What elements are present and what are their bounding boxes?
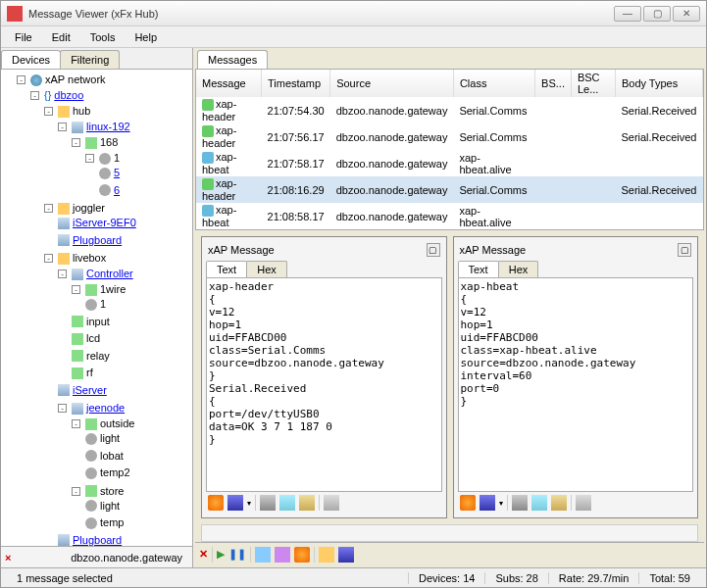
open-icon[interactable] <box>319 547 334 563</box>
window-title: Message Viewer (xFx Hub) <box>28 8 614 20</box>
col-bscle[interactable]: BSC Le... <box>571 70 615 97</box>
tree-5[interactable]: 5 <box>114 166 120 180</box>
minimize-button[interactable]: — <box>614 6 641 22</box>
bottom-toolbar: ✕ ▶ ❚❚ <box>195 542 704 565</box>
panel1-close-button[interactable]: ▢ <box>427 243 440 257</box>
status-rate: Rate: 29.7/min <box>548 572 639 584</box>
run-icon[interactable] <box>576 495 591 511</box>
tree-plugboard1[interactable]: Plugboard <box>73 233 122 248</box>
tree-hub[interactable]: hub <box>73 104 90 119</box>
col-timestamp[interactable]: Timestamp <box>262 70 330 97</box>
left-pane-footer: × dbzoo.nanode.gateway <box>1 546 192 567</box>
cut-icon[interactable] <box>260 495 276 511</box>
save-icon[interactable] <box>227 495 243 511</box>
panel1-tab-hex[interactable]: Hex <box>246 261 287 277</box>
left-tabs: Devices Filtering <box>1 48 192 70</box>
pause-button[interactable]: ❚❚ <box>228 548 246 561</box>
col-source[interactable]: Source <box>330 70 454 97</box>
close-button[interactable]: ✕ <box>673 6 700 22</box>
message-type-icon <box>202 178 214 190</box>
tree-root[interactable]: xAP network <box>45 73 106 87</box>
run-icon[interactable] <box>324 495 339 511</box>
save-icon[interactable] <box>480 495 495 511</box>
status-subs: Subs: 28 <box>484 572 547 584</box>
host-icon <box>72 122 83 133</box>
panel1-tab-text[interactable]: Text <box>206 261 247 277</box>
tree-1wire-1[interactable]: 1 <box>100 297 106 312</box>
tree-jeenode[interactable]: jeenode <box>86 401 125 416</box>
app-icon <box>7 6 23 22</box>
copy-icon[interactable] <box>531 495 547 511</box>
tree-lcd[interactable]: lcd <box>86 331 100 346</box>
broadcast-icon[interactable] <box>208 495 224 511</box>
panel1-body[interactable] <box>206 277 442 492</box>
tree-light2[interactable]: light <box>100 499 120 514</box>
tree-livebox[interactable]: livebox <box>73 251 106 266</box>
delete-button[interactable]: ✕ <box>199 548 208 561</box>
tree-input[interactable]: input <box>86 315 110 329</box>
tab-filtering[interactable]: Filtering <box>60 50 120 69</box>
menu-tools[interactable]: Tools <box>80 29 126 45</box>
tool1-icon[interactable] <box>255 547 271 563</box>
col-message[interactable]: Message <box>196 70 262 97</box>
device-tree[interactable]: -xAP network -{} dbzoo -hub -linux-192 -… <box>1 70 192 546</box>
panel2-close-button[interactable]: ▢ <box>678 243 691 257</box>
table-row[interactable]: xap-hbeat21:07:58.17dbzoo.nanode.gateway… <box>196 150 703 176</box>
panel2-tab-text[interactable]: Text <box>458 261 499 277</box>
tree-6[interactable]: 6 <box>114 183 120 198</box>
message-panel-2: xAP Message▢ TextHex ▾ <box>453 236 699 518</box>
tree-iserver9ef0[interactable]: iServer-9EF0 <box>73 216 136 230</box>
tool2-icon[interactable] <box>275 547 290 563</box>
tree-controller[interactable]: Controller <box>86 267 133 281</box>
messages-table[interactable]: Message Timestamp Source Class BS... BSC… <box>196 70 703 229</box>
tree-outside[interactable]: outside <box>100 416 134 431</box>
tree-168[interactable]: 168 <box>100 135 118 150</box>
device-icon <box>85 137 97 149</box>
table-row[interactable]: xap-hbeat21:08:58.17dbzoo.nanode.gateway… <box>196 203 703 229</box>
cut-icon[interactable] <box>512 495 528 511</box>
copy-icon[interactable] <box>279 495 295 511</box>
tree-plugboard2[interactable]: Plugboard <box>73 533 122 547</box>
tab-messages[interactable]: Messages <box>197 50 268 69</box>
table-row[interactable]: xap-header21:07:54.30dbzoo.nanode.gatewa… <box>196 97 703 123</box>
play-button[interactable]: ▶ <box>217 548 225 561</box>
menu-help[interactable]: Help <box>125 29 167 45</box>
broadcast-icon[interactable] <box>460 495 476 511</box>
tab-devices[interactable]: Devices <box>1 50 61 69</box>
tree-temp1[interactable]: temp <box>100 515 124 530</box>
panel1-title: xAP Message <box>208 244 427 256</box>
horizontal-scrollbar[interactable] <box>201 524 698 542</box>
tree-lobat1[interactable]: lobat <box>100 449 124 464</box>
col-bs[interactable]: BS... <box>535 70 572 97</box>
col-bodytypes[interactable]: Body Types <box>615 70 702 97</box>
tree-store[interactable]: store <box>100 484 124 499</box>
table-row[interactable]: xap-header21:08:16.29dbzoo.nanode.gatewa… <box>196 176 703 203</box>
message-type-icon <box>202 205 214 217</box>
tree-linux192[interactable]: linux-192 <box>86 120 130 134</box>
panel2-body[interactable] <box>458 277 694 492</box>
clear-filter-button[interactable]: × <box>5 552 21 564</box>
maximize-button[interactable]: ▢ <box>643 6 671 22</box>
tree-iserver[interactable]: iServer <box>73 383 107 398</box>
message-type-icon <box>202 125 214 137</box>
tree-light1[interactable]: light <box>100 431 120 446</box>
save-icon[interactable] <box>338 547 354 563</box>
tree-relay[interactable]: relay <box>86 349 110 364</box>
table-row[interactable]: xap-header21:07:56.17dbzoo.nanode.gatewa… <box>196 123 703 150</box>
paste-icon[interactable] <box>551 495 567 511</box>
tree-1wire[interactable]: 1wire <box>100 282 126 297</box>
menu-edit[interactable]: Edit <box>42 29 80 45</box>
messages-panel: Message Timestamp Source Class BS... BSC… <box>195 69 704 230</box>
col-class[interactable]: Class <box>453 70 534 97</box>
tree-1[interactable]: 1 <box>114 151 120 166</box>
panel2-tab-hex[interactable]: Hex <box>498 261 539 277</box>
titlebar[interactable]: Message Viewer (xFx Hub) — ▢ ✕ <box>1 1 706 26</box>
paste-icon[interactable] <box>299 495 315 511</box>
tree-temp2[interactable]: temp2 <box>100 466 130 480</box>
tree-rf[interactable]: rf <box>86 366 93 380</box>
status-message: 1 message selected <box>7 572 203 584</box>
tree-joggler[interactable]: joggler <box>73 201 105 216</box>
tree-dbzoo[interactable]: dbzoo <box>54 88 83 103</box>
broadcast-icon[interactable] <box>294 547 310 563</box>
menu-file[interactable]: File <box>5 29 42 45</box>
